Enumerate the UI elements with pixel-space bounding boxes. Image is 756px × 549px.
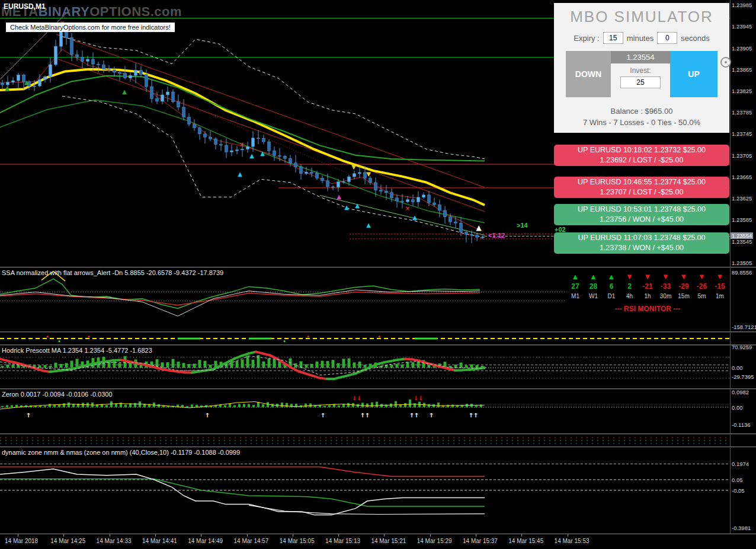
current-price-tag: 1.23554 <box>731 232 753 239</box>
svg-text:↑: ↑ <box>26 412 31 419</box>
watermark-binary: BINARY <box>39 4 90 19</box>
expiry-minutes-input[interactable] <box>603 32 623 44</box>
rsi-timeframe-label: 1h <box>639 293 656 299</box>
time-tick <box>201 534 201 537</box>
rsi-cell-1h: ▼-211h <box>639 272 656 299</box>
time-axis-label: 14 Mar 14:49 <box>188 538 223 544</box>
svg-text:↑: ↑ <box>321 412 325 419</box>
expiry-row: Expiry : minutes seconds <box>554 32 729 51</box>
rsi-value: -29 <box>675 282 692 291</box>
balance-text: Balance : $965.00 <box>554 107 729 116</box>
rsi-timeframe-label: 15m <box>675 293 692 299</box>
rsi-cells: ▲27M1▲28W1▲6D1▼24h▼-211h▼-3330m▼-2915m▼-… <box>566 270 729 299</box>
rsi-monitor-title: --- RSI MONITOR --- <box>566 305 729 313</box>
svg-text:↑: ↑ <box>365 412 370 419</box>
rsi-timeframe-label: W1 <box>585 293 602 299</box>
mbo-simulator-panel: MBO SIMULATOR Expiry : minutes seconds D… <box>554 3 729 133</box>
up-button[interactable]: UP <box>670 51 717 97</box>
chart-pane-dotted-strip <box>0 435 730 446</box>
svg-text:↑: ↑ <box>473 412 478 419</box>
rsi-value: 28 <box>585 282 602 291</box>
scale-label: 89.8556 <box>732 269 752 276</box>
scale-label: 0.00 <box>732 404 743 411</box>
svg-text:×: × <box>239 141 244 148</box>
svg-text:×: × <box>405 205 410 212</box>
rsi-value: -21 <box>639 282 656 291</box>
watermark-suffix: OPTIONS.com <box>89 4 182 19</box>
svg-text:▲: ▲ <box>5 85 9 91</box>
svg-text:↑: ↑ <box>414 412 419 419</box>
svg-text:▲: ▲ <box>337 193 341 200</box>
pane-separator[interactable] <box>0 267 756 268</box>
rsi-cell-5m: ▼-265m <box>694 272 710 299</box>
trade-controls: DOWN 1.23554 Invest: UP <box>566 51 717 97</box>
rsi-timeframe-label: 30m <box>658 293 674 299</box>
scale-label: -0.1136 <box>732 422 751 428</box>
time-tick <box>338 534 339 537</box>
scale-label: 1.23785 <box>732 109 752 116</box>
down-button[interactable]: DOWN <box>566 51 611 97</box>
scale-label: 1.23905 <box>732 45 752 52</box>
chart-pane-dynamic-zone <box>0 448 730 533</box>
rsi-value: 6 <box>603 282 620 291</box>
pane-separator[interactable] <box>0 331 756 333</box>
svg-text:▲: ▲ <box>260 150 265 157</box>
rsi-cell-1m: ▼-151m <box>712 272 728 299</box>
time-tick <box>18 534 18 537</box>
svg-text:▲: ▲ <box>24 79 29 85</box>
rsi-cell-D1: ▲6D1 <box>603 272 620 299</box>
svg-text:▼: ▼ <box>351 164 356 170</box>
rsi-value: -15 <box>712 282 728 291</box>
scale-label: 1.23665 <box>732 174 752 180</box>
expiry-seconds-input[interactable] <box>657 32 677 44</box>
time-axis-label: 14 Mar 15:29 <box>417 538 452 544</box>
rsi-cell-30m: ▼-3330m <box>658 272 674 299</box>
rsi-timeframe-label: 4h <box>622 293 638 299</box>
time-axis-label: 14 Mar 14:41 <box>142 538 177 544</box>
pane-separator[interactable] <box>0 388 756 390</box>
pane-separator[interactable] <box>0 433 756 435</box>
scale-label: 1.23625 <box>732 195 752 202</box>
scale-label: 1.23865 <box>732 66 752 73</box>
up-arrow-icon: ▲ <box>585 272 602 282</box>
time-axis-label: 14 Mar 15:21 <box>371 538 406 544</box>
simulator-title: MBO SIMULATOR <box>554 3 729 32</box>
svg-text:▼: ▼ <box>366 171 371 177</box>
time-tick <box>384 534 385 537</box>
invest-label: Invest: <box>630 66 651 75</box>
pane-separator[interactable] <box>0 446 756 448</box>
scale-label: 1.23585 <box>732 216 752 223</box>
down-arrow-icon: ▼ <box>694 272 710 282</box>
rsi-value: 27 <box>567 282 584 291</box>
rsi-cell-15m: ▼-2915m <box>675 272 692 299</box>
pane-label-zeron: Zeron 0.0017 -0.0094 -0.0106 -0.0300 <box>2 391 113 398</box>
time-tick <box>110 534 110 537</box>
rsi-value: -26 <box>694 282 710 291</box>
scale-label: 1.23825 <box>732 88 752 94</box>
scale-label: 1.23705 <box>732 152 752 159</box>
rsi-timeframe-label: M1 <box>567 293 584 299</box>
down-arrow-icon: ▼ <box>622 272 638 282</box>
time-axis-label: 14 Mar 15:45 <box>508 538 543 544</box>
pane-label-dynamic-zone: dynamic zone nmm & nmas (zone on nmm) (4… <box>2 449 240 456</box>
svg-text:↓: ↓ <box>418 395 423 401</box>
down-arrow-icon: ▼ <box>658 272 674 282</box>
scale-label: 1.23745 <box>732 130 752 137</box>
scale-label: 0.00 <box>732 365 743 371</box>
svg-text:▲: ▲ <box>122 88 127 95</box>
chart-anchor-icon <box>720 57 731 68</box>
time-tick <box>568 534 568 537</box>
time-axis-label: 14 Mar 14:25 <box>50 538 85 544</box>
promo-banner: Check MetaBinaryOptions.com for more fre… <box>6 23 175 32</box>
svg-text:▲: ▲ <box>344 204 349 210</box>
up-arrow-icon: ▲ <box>603 272 620 282</box>
time-axis-label: 14 Mar 15:53 <box>555 538 590 544</box>
rsi-cell-4h: ▼24h <box>622 272 638 299</box>
svg-text:↑: ↑ <box>205 412 210 419</box>
rsi-value: 2 <box>622 282 638 291</box>
scale-label: -0.05 <box>732 487 745 494</box>
invest-input[interactable] <box>620 76 661 88</box>
svg-text:▲: ▲ <box>476 224 482 232</box>
scale-label: 1.23985 <box>732 2 752 8</box>
pane-separator[interactable] <box>0 344 756 346</box>
